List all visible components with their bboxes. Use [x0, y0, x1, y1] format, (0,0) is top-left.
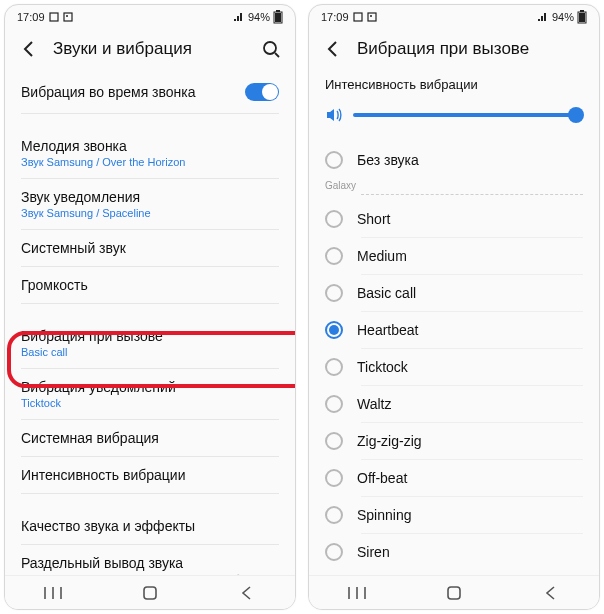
row-notif-sound[interactable]: Звук уведомления Звук Samsung / Spacelin… [5, 179, 295, 229]
toggle-vibrate[interactable] [245, 83, 279, 101]
nav-home-icon[interactable] [139, 582, 161, 604]
status-bar: 17:09 94% [309, 5, 599, 29]
option-label: Waltz [357, 396, 391, 412]
page-title: Звуки и вибрация [53, 39, 247, 59]
row-label: Системная вибрация [21, 430, 279, 446]
row-sound-quality[interactable]: Качество звука и эффекты [5, 508, 295, 544]
option-offbeat[interactable]: Off-beat [309, 460, 599, 496]
nav-bar [309, 575, 599, 609]
option-label: Short [357, 211, 390, 227]
row-vib-intensity[interactable]: Интенсивность вибрации [5, 457, 295, 493]
row-label: Раздельный вывод звука [21, 555, 279, 571]
option-short[interactable]: Short [309, 201, 599, 237]
svg-rect-10 [144, 587, 156, 599]
svg-rect-20 [448, 587, 460, 599]
svg-rect-5 [275, 13, 281, 22]
radio-icon [325, 469, 343, 487]
radio-icon [325, 543, 343, 561]
row-label: Системный звук [21, 240, 279, 256]
option-label: Zig-zig-zig [357, 433, 422, 449]
row-ringtone[interactable]: Мелодия звонка Звук Samsung / Over the H… [5, 128, 295, 178]
screenshot-icon [49, 12, 59, 22]
phone-left: 17:09 94% Звуки и вибрация Вибрация во в… [4, 4, 296, 610]
group-label: Galaxy [309, 178, 599, 191]
row-sub: Basic call [21, 346, 279, 358]
radio-icon [325, 358, 343, 376]
phone-right: 17:09 94% Вибрация при вызове Интенсивно… [308, 4, 600, 610]
option-spinning[interactable]: Spinning [309, 497, 599, 533]
svg-rect-11 [354, 13, 362, 21]
nav-recents-icon[interactable] [346, 582, 368, 604]
svg-point-6 [264, 42, 276, 54]
option-label: Без звука [357, 152, 419, 168]
row-label: Громкость [21, 277, 279, 293]
status-time: 17:09 [17, 11, 45, 23]
intensity-label: Интенсивность вибрации [309, 73, 599, 100]
back-icon[interactable] [19, 39, 39, 59]
option-medium[interactable]: Medium [309, 238, 599, 274]
row-call-vibration[interactable]: Вибрация при вызове Basic call [5, 318, 295, 368]
row-system-sound[interactable]: Системный звук [5, 230, 295, 266]
row-split-output[interactable]: Раздельный вывод звука Воспроизведение з… [5, 545, 295, 575]
radio-icon [325, 284, 343, 302]
radio-icon [325, 151, 343, 169]
intensity-slider-row [309, 100, 599, 142]
row-sub: Звук Samsung / Spaceline [21, 207, 279, 219]
option-label: Spinning [357, 507, 412, 523]
battery-icon [273, 10, 283, 24]
vibration-options: Интенсивность вибрации Без звука Galaxy … [309, 73, 599, 575]
svg-rect-12 [368, 13, 376, 21]
nav-home-icon[interactable] [443, 582, 465, 604]
battery-percent: 94% [248, 11, 270, 23]
status-bar: 17:09 94% [5, 5, 295, 29]
row-label: Мелодия звонка [21, 138, 279, 154]
nav-back-icon[interactable] [236, 582, 258, 604]
svg-rect-4 [276, 10, 280, 12]
option-label: Heartbeat [357, 322, 418, 338]
svg-rect-16 [579, 13, 585, 22]
option-label: Basic call [357, 285, 416, 301]
row-label: Вибрация при вызове [21, 328, 279, 344]
radio-icon [325, 210, 343, 228]
option-basic[interactable]: Basic call [309, 275, 599, 311]
battery-icon [577, 10, 587, 24]
header: Звуки и вибрация [5, 29, 295, 73]
radio-icon [325, 321, 343, 339]
option-label: Medium [357, 248, 407, 264]
row-vibrate-on-call[interactable]: Вибрация во время звонка [5, 73, 295, 113]
nav-back-icon[interactable] [540, 582, 562, 604]
gallery-icon [367, 12, 377, 22]
svg-point-2 [66, 15, 68, 17]
option-heartbeat[interactable]: Heartbeat [309, 312, 599, 348]
row-label: Вибрация уведомлений [21, 379, 279, 395]
signal-icon [233, 12, 245, 22]
screenshot-icon [353, 12, 363, 22]
svg-rect-1 [64, 13, 72, 21]
radio-icon [325, 432, 343, 450]
search-icon[interactable] [261, 39, 281, 59]
option-label: Ticktock [357, 359, 408, 375]
option-ticktock[interactable]: Ticktock [309, 349, 599, 385]
option-silent[interactable]: Без звука [309, 142, 599, 178]
header: Вибрация при вызове [309, 29, 599, 73]
status-time: 17:09 [321, 11, 349, 23]
row-label: Звук уведомления [21, 189, 279, 205]
svg-point-13 [370, 15, 372, 17]
radio-icon [325, 247, 343, 265]
nav-recents-icon[interactable] [42, 582, 64, 604]
row-volume[interactable]: Громкость [5, 267, 295, 303]
row-label: Интенсивность вибрации [21, 467, 279, 483]
option-waltz[interactable]: Waltz [309, 386, 599, 422]
radio-icon [325, 395, 343, 413]
svg-rect-15 [580, 10, 584, 12]
settings-list: Вибрация во время звонка Мелодия звонка … [5, 73, 295, 575]
back-icon[interactable] [323, 39, 343, 59]
row-system-vibration[interactable]: Системная вибрация [5, 420, 295, 456]
row-label: Вибрация во время звонка [21, 84, 196, 100]
row-notif-vibration[interactable]: Вибрация уведомлений Ticktock [5, 369, 295, 419]
sound-icon [325, 106, 343, 124]
option-siren[interactable]: Siren [309, 534, 599, 570]
intensity-slider[interactable] [353, 113, 583, 117]
option-zigzig[interactable]: Zig-zig-zig [309, 423, 599, 459]
page-title: Вибрация при вызове [357, 39, 585, 59]
